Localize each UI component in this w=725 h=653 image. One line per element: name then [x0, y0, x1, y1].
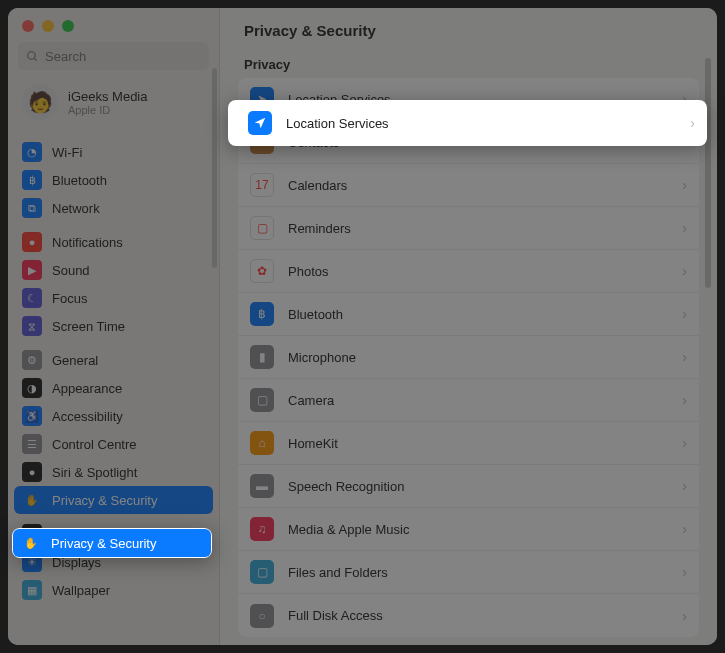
chevron-right-icon: › — [682, 392, 687, 408]
row-label: Media & Apple Music — [288, 522, 409, 537]
hand-icon: ✋ — [22, 490, 42, 510]
row-camera[interactable]: ▢Camera› — [238, 379, 699, 422]
row-label: HomeKit — [288, 436, 338, 451]
home-icon: ⌂ — [250, 431, 274, 455]
row-files-and-folders[interactable]: ▢Files and Folders› — [238, 551, 699, 594]
chevron-right-icon: › — [682, 478, 687, 494]
sliders-icon: ☰ — [22, 434, 42, 454]
window-controls — [8, 8, 219, 38]
sidebar-item-label: Wi-Fi — [52, 145, 82, 160]
sidebar-item-general[interactable]: ⚙General — [14, 346, 213, 374]
sidebar-item-label: Wallpaper — [52, 583, 110, 598]
chevron-right-icon: › — [682, 177, 687, 193]
row-label: Location Services — [286, 116, 389, 131]
row-reminders[interactable]: ▢Reminders› — [238, 207, 699, 250]
sidebar-item-label: Focus — [52, 291, 87, 306]
music-icon: ♫ — [250, 517, 274, 541]
sidebar-item-label: Bluetooth — [52, 173, 107, 188]
gear-icon: ⚙ — [22, 350, 42, 370]
row-label: Microphone — [288, 350, 356, 365]
svg-line-1 — [34, 58, 37, 61]
sidebar-item-accessibility[interactable]: ♿Accessibility — [14, 402, 213, 430]
search-field[interactable] — [18, 42, 209, 70]
row-location-services-highlight[interactable]: Location Services › — [228, 100, 707, 146]
sidebar-item-label: General — [52, 353, 98, 368]
chevron-right-icon: › — [682, 306, 687, 322]
account-sub: Apple ID — [68, 104, 147, 116]
chevron-right-icon: › — [690, 115, 695, 131]
row-label: Files and Folders — [288, 565, 388, 580]
folder-icon: ▢ — [250, 560, 274, 584]
apple-id-account[interactable]: 🧑 iGeeks Media Apple ID — [8, 80, 219, 132]
avatar: 🧑 — [22, 84, 58, 120]
bluetooth-icon: ฿ — [250, 302, 274, 326]
bell-icon: ● — [22, 232, 42, 252]
row-full-disk-access[interactable]: ○Full Disk Access› — [238, 594, 699, 637]
row-speech-recognition[interactable]: ▬Speech Recognition› — [238, 465, 699, 508]
hand-icon: ✋ — [21, 533, 41, 553]
sidebar-item-label: Control Centre — [52, 437, 137, 452]
row-label: Camera — [288, 393, 334, 408]
sidebar-item-sound[interactable]: ▶Sound — [14, 256, 213, 284]
chevron-right-icon: › — [682, 521, 687, 537]
row-label: Speech Recognition — [288, 479, 404, 494]
chevron-right-icon: › — [682, 564, 687, 580]
row-label: Bluetooth — [288, 307, 343, 322]
row-label: Calendars — [288, 178, 347, 193]
sidebar-item-privacy-security-highlight[interactable]: ✋ Privacy & Security — [12, 528, 212, 558]
sidebar-item-label: Siri & Spotlight — [52, 465, 137, 480]
account-name: iGeeks Media — [68, 89, 147, 104]
sidebar-item-label: Sound — [52, 263, 90, 278]
sidebar-list: ◔Wi-Fi฿Bluetooth⧉Network●Notifications▶S… — [8, 132, 219, 645]
sidebar-item-label: Network — [52, 201, 100, 216]
sidebar-item-siri-spotlight[interactable]: ●Siri & Spotlight — [14, 458, 213, 486]
close-icon[interactable] — [22, 20, 34, 32]
minimize-icon[interactable] — [42, 20, 54, 32]
row-bluetooth[interactable]: ฿Bluetooth› — [238, 293, 699, 336]
chevron-right-icon: › — [682, 608, 687, 624]
row-label: Full Disk Access — [288, 608, 383, 623]
row-photos[interactable]: ✿Photos› — [238, 250, 699, 293]
row-homekit[interactable]: ⌂HomeKit› — [238, 422, 699, 465]
sidebar-item-appearance[interactable]: ◑Appearance — [14, 374, 213, 402]
row-media-apple-music[interactable]: ♫Media & Apple Music› — [238, 508, 699, 551]
sidebar-item-screen-time[interactable]: ⧖Screen Time — [14, 312, 213, 340]
sidebar-item-label: Accessibility — [52, 409, 123, 424]
row-label: Photos — [288, 264, 328, 279]
speech-icon: ▬ — [250, 474, 274, 498]
sidebar-scrollbar[interactable] — [212, 68, 217, 268]
main-scrollbar[interactable] — [705, 58, 711, 288]
sidebar-item-privacy-security[interactable]: ✋Privacy & Security — [14, 486, 213, 514]
search-icon — [26, 50, 39, 63]
sidebar-item-bluetooth[interactable]: ฿Bluetooth — [14, 166, 213, 194]
wallpaper-icon: ▦ — [22, 580, 42, 600]
location-icon — [248, 111, 272, 135]
sidebar-item-network[interactable]: ⧉Network — [14, 194, 213, 222]
sidebar-item-label: Notifications — [52, 235, 123, 250]
svg-point-0 — [28, 51, 36, 59]
siri-icon: ● — [22, 462, 42, 482]
sound-icon: ▶ — [22, 260, 42, 280]
sidebar-item-wi-fi[interactable]: ◔Wi-Fi — [14, 138, 213, 166]
search-input[interactable] — [45, 49, 201, 64]
network-icon: ⧉ — [22, 198, 42, 218]
reminders-icon: ▢ — [250, 216, 274, 240]
privacy-rows: ➤Location Services›○Contacts›17Calendars… — [238, 78, 699, 637]
row-microphone[interactable]: ▮Microphone› — [238, 336, 699, 379]
sidebar-item-notifications[interactable]: ●Notifications — [14, 228, 213, 256]
moon-icon: ☾ — [22, 288, 42, 308]
wifi-icon: ◔ — [22, 142, 42, 162]
mic-icon: ▮ — [250, 345, 274, 369]
sidebar-item-wallpaper[interactable]: ▦Wallpaper — [14, 576, 213, 604]
chevron-right-icon: › — [682, 349, 687, 365]
chevron-right-icon: › — [682, 435, 687, 451]
hourglass-icon: ⧖ — [22, 316, 42, 336]
sidebar-item-label: Screen Time — [52, 319, 125, 334]
sidebar-item-label: Appearance — [52, 381, 122, 396]
row-calendars[interactable]: 17Calendars› — [238, 164, 699, 207]
sidebar-item-focus[interactable]: ☾Focus — [14, 284, 213, 312]
sidebar-item-control-centre[interactable]: ☰Control Centre — [14, 430, 213, 458]
page-title: Privacy & Security — [220, 22, 717, 49]
chevron-right-icon: › — [682, 220, 687, 236]
fullscreen-icon[interactable] — [62, 20, 74, 32]
